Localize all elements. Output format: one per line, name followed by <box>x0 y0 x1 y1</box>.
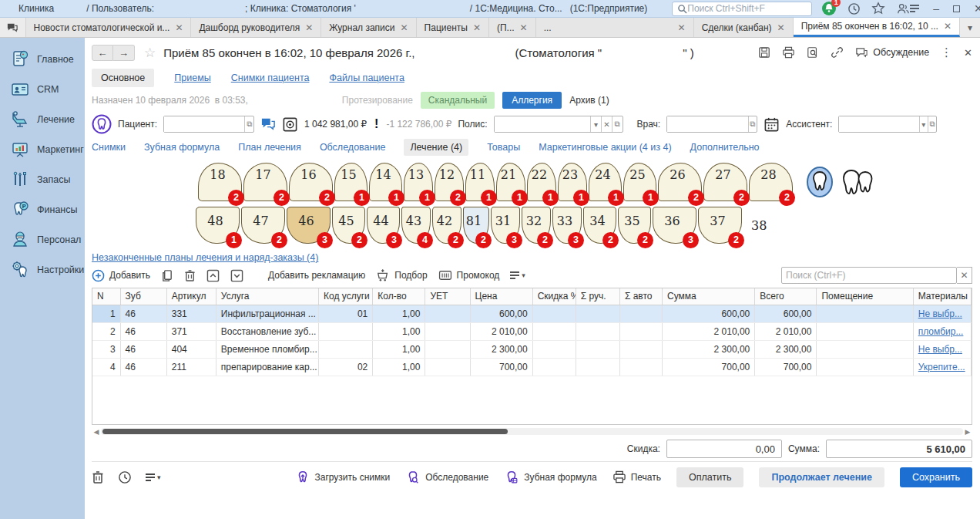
tooth-25[interactable]: 251 <box>623 163 656 201</box>
table-cell[interactable] <box>532 358 576 376</box>
more-actions-icon[interactable]: ⋮ <box>941 45 952 59</box>
column-header[interactable]: Кол-во <box>373 288 425 305</box>
sidebar-item-лечение[interactable]: Лечение <box>0 106 85 133</box>
preview-icon[interactable] <box>807 46 819 59</box>
table-cell[interactable]: 1,00 <box>373 358 425 376</box>
assistant-input[interactable] <box>839 116 918 132</box>
table-cell[interactable] <box>817 322 913 340</box>
polis-input[interactable] <box>495 116 591 132</box>
toolbar-more-menu[interactable]: ▾ <box>510 271 525 279</box>
table-cell[interactable] <box>576 340 619 358</box>
tooth-15[interactable]: 151 <box>334 163 368 201</box>
table-cell[interactable]: препарирование кар... <box>216 358 318 376</box>
tooth-31[interactable]: 313 <box>491 207 520 244</box>
table-cell[interactable] <box>319 340 373 358</box>
column-header[interactable]: N <box>92 288 120 305</box>
column-header[interactable]: Σ авто <box>619 288 662 305</box>
tooth-17[interactable]: 172 <box>243 163 287 201</box>
table-cell[interactable] <box>532 340 576 358</box>
window-tab[interactable]: Журнал записи✕ <box>321 18 416 37</box>
table-row[interactable]: 146331Инфильтрационная ...011,00600,0060… <box>92 305 972 322</box>
table-cell[interactable]: 371 <box>166 322 216 340</box>
table-cell[interactable] <box>425 305 470 322</box>
tooth-11[interactable]: 111 <box>465 163 495 201</box>
window-tab[interactable]: (П...✕ <box>489 18 536 37</box>
table-cell[interactable]: пломбир... <box>913 322 971 340</box>
sidebar-item-настройки[interactable]: Настройки <box>0 256 85 284</box>
table-row[interactable]: 346404Временное пломбир...1,002 300,002 … <box>92 340 972 358</box>
jaw-selected-icon[interactable] <box>805 166 834 198</box>
tooth-45[interactable]: 452 <box>332 207 365 244</box>
table-cell[interactable]: Укрепите... <box>913 358 971 376</box>
tooth-43[interactable]: 434 <box>401 207 431 244</box>
delete-row-icon[interactable] <box>184 269 196 282</box>
sidebar-item-запасы[interactable]: Запасы <box>0 166 85 194</box>
polis-clear-icon[interactable]: ✕ <box>601 116 612 132</box>
discussions-panel-icon[interactable] <box>0 18 26 37</box>
table-cell[interactable]: 211 <box>166 358 216 376</box>
doctor-open-icon[interactable]: ⧉ <box>748 116 757 132</box>
material-link[interactable]: Не выбр... <box>918 308 962 319</box>
users-icon[interactable] <box>896 2 910 15</box>
tooth-42[interactable]: 422 <box>432 207 461 244</box>
table-cell[interactable] <box>425 358 470 376</box>
tooth-33[interactable]: 333 <box>552 207 582 244</box>
table-cell[interactable]: 2 300,00 <box>663 340 755 358</box>
section-tab[interactable]: Маркетинговые акции (4 из 4) <box>539 142 671 153</box>
section-tab[interactable]: Товары <box>487 142 520 153</box>
add-reclamation-button[interactable]: Добавить рекламацию <box>268 270 365 281</box>
scroll-left-icon[interactable]: ◀ <box>92 428 101 436</box>
table-cell[interactable]: Временное пломбир... <box>216 340 318 358</box>
table-cell[interactable]: 2 010,00 <box>663 322 755 340</box>
table-cell[interactable]: 2 010,00 <box>470 322 532 340</box>
view-settings-icon[interactable] <box>910 5 919 12</box>
table-cell[interactable]: 700,00 <box>663 358 755 376</box>
table-cell[interactable] <box>576 322 619 340</box>
footer-more-menu[interactable]: ▾ <box>146 474 161 481</box>
window-tab[interactable]: ...✕ <box>536 18 694 37</box>
table-cell[interactable]: 02 <box>319 358 373 376</box>
tooth-12[interactable]: 122 <box>435 163 464 201</box>
deposit-icon[interactable] <box>282 116 298 133</box>
sidebar-item-crm[interactable]: CRM <box>0 76 85 103</box>
tooth-16[interactable]: 162 <box>289 163 333 201</box>
tooth-22[interactable]: 221 <box>527 163 556 201</box>
table-cell[interactable] <box>576 358 619 376</box>
subnav-link[interactable]: Файлы пациента <box>329 72 404 83</box>
table-cell[interactable] <box>425 340 470 358</box>
table-cell[interactable] <box>817 340 913 358</box>
move-down-icon[interactable] <box>230 269 243 282</box>
calendar-icon[interactable] <box>764 116 780 133</box>
patient-avatar[interactable] <box>92 114 112 134</box>
print-button[interactable]: Печать <box>612 470 661 484</box>
tooth-35[interactable]: 352 <box>618 207 651 244</box>
table-cell[interactable]: 2 010,00 <box>755 322 817 340</box>
table-cell[interactable]: Не выбр... <box>913 305 971 322</box>
section-tab[interactable]: Обследование <box>320 142 386 153</box>
column-header[interactable]: Материалы <box>913 288 971 305</box>
patient-input[interactable] <box>164 116 244 132</box>
table-search-clear-icon[interactable]: ✕ <box>957 267 972 284</box>
table-cell[interactable]: 3 <box>92 340 120 358</box>
tab-close-icon[interactable]: ✕ <box>175 22 183 33</box>
tab-close-icon[interactable]: ✕ <box>777 22 785 33</box>
table-cell[interactable]: Восстановление зуб... <box>216 322 318 340</box>
section-tab[interactable]: План лечения <box>238 142 301 153</box>
column-header[interactable]: Код услуги <box>319 288 373 305</box>
tooth-34[interactable]: 342 <box>583 207 616 244</box>
sidebar-item-финансы[interactable]: PФинансы <box>0 196 85 224</box>
table-cell[interactable]: 46 <box>120 340 166 358</box>
window-tab[interactable]: Пациенты✕ <box>417 18 489 37</box>
discussion-button[interactable]: Обсуждение <box>855 47 929 59</box>
continue-treatment-button[interactable]: Продолжает лечение <box>759 467 884 487</box>
column-header[interactable]: Зуб <box>120 288 166 305</box>
tooth-28[interactable]: 282 <box>749 163 793 201</box>
tooth-47[interactable]: 472 <box>241 207 285 244</box>
save-icon[interactable] <box>758 46 770 59</box>
table-cell[interactable]: 600,00 <box>755 305 817 322</box>
tooth-48[interactable]: 481 <box>196 207 240 244</box>
tooth-46[interactable]: 463 <box>287 207 331 244</box>
pay-button[interactable]: Оплатить <box>676 467 743 487</box>
unfinished-plans-link[interactable]: Незаконченные планы лечения и наряд-зака… <box>92 252 318 263</box>
tooth-36[interactable]: 363 <box>653 207 696 244</box>
